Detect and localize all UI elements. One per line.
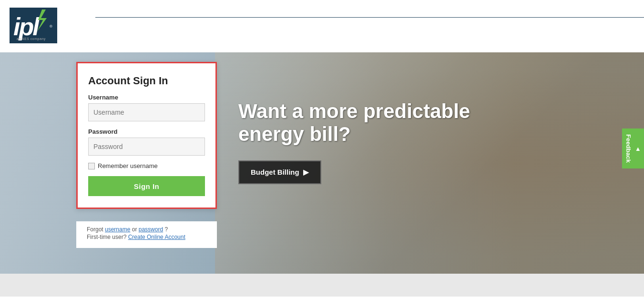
signin-button[interactable]: Sign In — [88, 176, 205, 196]
main-nav: MY ACCOUNT WAYS TO SAVE OUTAGES SAFETY A… — [95, 18, 644, 52]
nav-contact[interactable]: Contact Us — [524, 5, 557, 12]
remember-label: Remember username — [98, 162, 158, 169]
utility-nav: Home Contact Us Sign In Shop — [95, 0, 644, 18]
signin-card: Account Sign In Username Password Rememb… — [76, 62, 217, 209]
create-account-link[interactable]: Create Online Account — [128, 234, 185, 240]
budget-billing-label: Budget Billing — [251, 168, 299, 176]
nav-home[interactable]: Home — [497, 5, 514, 12]
feedback-label: Feedback — [625, 134, 632, 163]
forgot-username-link[interactable]: username — [105, 226, 130, 233]
signin-title: Account Sign In — [88, 75, 205, 87]
first-time-text: First-time user? Create Online Account — [87, 234, 206, 240]
svg-text:ipl: ipl — [13, 13, 40, 40]
signin-links: Forgot username or password ? First-time… — [76, 221, 217, 248]
bottom-bar — [0, 274, 644, 297]
svg-text:®: ® — [50, 24, 52, 29]
nav-ways-to-save[interactable]: WAYS TO SAVE — [421, 18, 489, 52]
svg-line-6 — [627, 9, 630, 11]
remember-username-row: Remember username — [88, 162, 205, 169]
site-header: ipl ® an AES company Home Contact Us Sig… — [0, 0, 644, 52]
username-label: Username — [88, 94, 205, 101]
logo-container: ipl ® an AES company — [0, 0, 95, 52]
svg-text:an AES company: an AES company — [17, 37, 46, 41]
search-icon-button[interactable] — [622, 4, 630, 13]
nav-signin[interactable]: Sign In — [567, 5, 588, 12]
search-icon — [622, 4, 630, 11]
remember-checkbox[interactable] — [88, 163, 95, 169]
nav-safety[interactable]: SAFETY — [540, 18, 584, 52]
hero-section: Account Sign In Username Password Rememb… — [0, 52, 644, 274]
nav-outages[interactable]: OUTAGES — [489, 18, 540, 52]
header-right: Home Contact Us Sign In Shop MY ACCOUNT … — [95, 0, 644, 52]
svg-point-5 — [623, 5, 628, 10]
nav-shop[interactable]: Shop — [597, 5, 613, 12]
forgot-password-link[interactable]: password — [139, 226, 163, 233]
hero-text-area: Want a more predictable energy bill? Bud… — [238, 100, 470, 184]
nav-about-ipl[interactable]: ABOUT IPL — [584, 18, 639, 52]
nav-my-account[interactable]: MY ACCOUNT — [358, 18, 420, 52]
budget-billing-button[interactable]: Budget Billing ▶ — [238, 160, 321, 184]
hero-headline: Want a more predictable energy bill? — [238, 100, 470, 146]
budget-billing-arrow: ▶ — [303, 168, 309, 177]
feedback-tab[interactable]: Feedback ▲ — [622, 129, 644, 168]
logo-link[interactable]: ipl ® an AES company — [10, 8, 57, 45]
ipl-logo-svg: ipl ® an AES company — [10, 8, 57, 43]
username-input[interactable] — [88, 103, 205, 121]
feedback-arrow-icon: ▲ — [635, 145, 641, 152]
password-input[interactable] — [88, 138, 205, 156]
password-label: Password — [88, 128, 205, 135]
forgot-text: Forgot username or password ? — [87, 226, 206, 233]
